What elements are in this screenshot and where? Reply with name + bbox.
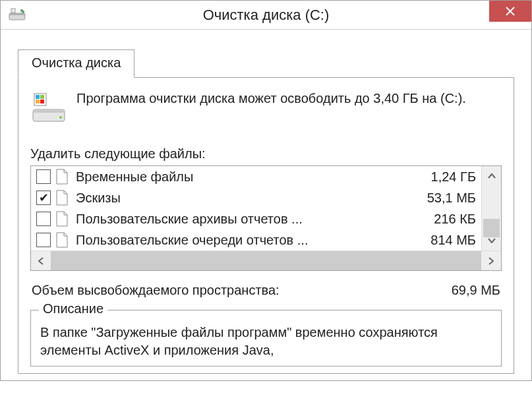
scrollbar-thumb[interactable]	[483, 219, 500, 237]
app-icon	[7, 5, 27, 25]
total-label: Объем высвобождаемого пространства:	[32, 283, 280, 298]
client-area: Очистка диска Программа очист	[1, 30, 531, 380]
list-item[interactable]: Пользовательские очереди отчетов ...814 …	[31, 229, 481, 250]
svg-rect-2	[11, 9, 15, 13]
description-title: Описание	[39, 301, 107, 316]
file-icon	[55, 168, 69, 185]
tabstrip: Очистка диска	[18, 49, 514, 78]
file-name: Временные файлы	[76, 169, 425, 185]
disk-cleanup-window: Очистка диска (C:) Очистка диска	[0, 0, 532, 381]
svg-point-10	[59, 116, 62, 119]
checkbox[interactable]	[36, 169, 51, 184]
file-name: Пользовательские очереди отчетов ...	[76, 233, 424, 248]
svg-rect-7	[40, 100, 44, 103]
window-title: Очистка диска (C:)	[1, 7, 531, 24]
file-size: 1,24 ГБ	[425, 169, 476, 185]
tab-disk-cleanup[interactable]: Очистка диска	[18, 49, 134, 78]
file-name: Пользовательские архивы отчетов ...	[76, 212, 427, 227]
total-value: 69,9 МБ	[452, 283, 500, 298]
list-item[interactable]: Пользовательские архивы отчетов ...216 К…	[31, 208, 481, 229]
svg-rect-1	[9, 13, 25, 15]
file-name: Эскизы	[76, 191, 421, 206]
close-icon	[506, 7, 515, 16]
scroll-right-icon[interactable]	[481, 251, 501, 270]
tab-content: Программа очистки диска может освободить…	[18, 78, 514, 374]
scroll-up-icon[interactable]	[482, 166, 501, 186]
total-row: Объем высвобождаемого пространства: 69,9…	[32, 283, 500, 298]
scroll-left-icon[interactable]	[31, 251, 51, 270]
intro-text: Программа очистки диска может освободить…	[76, 90, 466, 107]
svg-rect-9	[33, 109, 65, 113]
drive-icon	[30, 90, 67, 127]
file-icon	[55, 210, 69, 227]
file-size: 814 МБ	[424, 233, 476, 248]
svg-rect-5	[40, 95, 44, 99]
hscroll-thumb[interactable]	[51, 251, 481, 270]
titlebar: Очистка диска (C:)	[1, 1, 531, 30]
file-icon	[55, 231, 69, 249]
horizontal-scrollbar[interactable]	[31, 250, 501, 270]
file-size: 216 КБ	[427, 212, 476, 227]
intro-row: Программа очистки диска может освободить…	[30, 90, 502, 127]
list-item[interactable]: Временные файлы1,24 ГБ	[31, 166, 481, 187]
checkbox[interactable]	[36, 233, 51, 247]
scrollbar-track[interactable]	[482, 186, 501, 231]
close-button[interactable]	[489, 1, 531, 22]
list-item[interactable]: ✔Эскизы53,1 МБ	[31, 187, 481, 208]
checkbox[interactable]	[36, 212, 51, 226]
file-list-label: Удалить следующие файлы:	[30, 146, 502, 162]
checkbox[interactable]: ✔	[36, 191, 51, 205]
svg-rect-6	[36, 100, 40, 103]
vertical-scrollbar[interactable]	[481, 166, 501, 250]
file-icon	[55, 189, 69, 206]
description-group: Описание В папке "Загруженные файлы прог…	[30, 310, 502, 367]
file-size: 53,1 МБ	[421, 191, 476, 206]
svg-rect-4	[36, 95, 40, 99]
file-list-rows: Временные файлы1,24 ГБ✔Эскизы53,1 МБПоль…	[31, 166, 481, 250]
file-list: Временные файлы1,24 ГБ✔Эскизы53,1 МБПоль…	[30, 165, 502, 271]
description-body: В папке "Загруженные файлы программ" вре…	[40, 324, 492, 359]
